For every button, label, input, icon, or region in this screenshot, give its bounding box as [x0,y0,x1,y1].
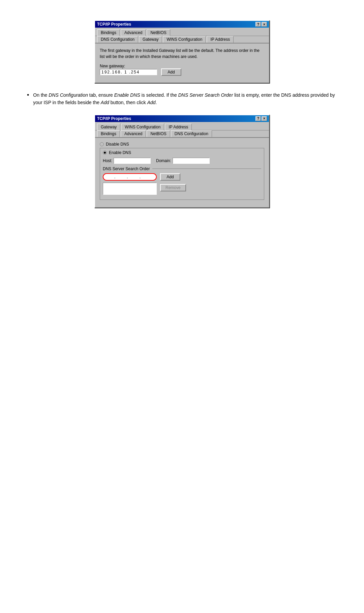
dialog2-tab-bindings[interactable]: Bindings [97,130,120,137]
add-gateway-button[interactable]: Add [161,68,181,76]
dialog2-titlebar: TCP/IP Properties ? × [95,115,269,122]
dialog1: TCP/IP Properties ? × Bindings Advanced … [94,20,270,83]
domain-field-group: Domain: [156,158,210,164]
tabs-row1: Bindings Advanced NetBIOS [95,28,269,36]
dialog2-tab-dns[interactable]: DNS Configuration [171,130,212,137]
tab-bindings[interactable]: Bindings [97,29,120,36]
dns-list-row: Remove [103,183,261,195]
host-input[interactable] [114,158,151,164]
tab-dns-configuration[interactable]: DNS Configuration [97,36,138,43]
bullet-dot: • [27,91,29,106]
dialog2-titlebar-buttons: ? × [255,116,267,121]
host-label: Host: [103,158,112,163]
disable-dns-label: Disable DNS [106,142,129,147]
disable-dns-option[interactable]: Disable DNS [100,142,264,147]
tab-netbios[interactable]: NetBIOS [147,29,170,36]
dialog2-tab-ip[interactable]: IP Address [165,124,192,130]
dialog2-close-button[interactable]: × [262,116,267,121]
dialog2: TCP/IP Properties ? × Gateway WINS Confi… [94,115,270,208]
enable-dns-option[interactable]: Enable DNS [103,150,261,155]
remove-dns-button[interactable]: Remove [160,184,186,191]
add-dns-button[interactable]: Add [160,173,180,181]
dns-config-italic: DNS Configuration [49,92,88,98]
disable-dns-radio[interactable] [100,142,104,146]
gateway-info-text: The first gateway in the Installed Gatew… [100,48,264,60]
dns-server-search-italic: DNS Server Search Order [178,92,233,98]
tab-advanced[interactable]: Advanced [121,29,146,36]
dialog2-body: Disable DNS Enable DNS Host: Domain: [95,138,269,207]
tabs-row2: DNS Configuration Gateway WINS Configura… [95,36,269,43]
dns-section-line [152,168,261,169]
dialog1-titlebar: TCP/IP Properties ? × [95,21,269,28]
dialog2-help-button[interactable]: ? [255,116,261,121]
enable-dns-italic: Enable DNS [114,92,140,98]
dialog2-tabs-row2: Bindings Advanced NetBIOS DNS Configurat… [95,130,269,138]
dialog2-tab-wins[interactable]: WINS Configuration [121,124,164,130]
dns-search-label: DNS Server Search Order [103,166,150,171]
gateway-input[interactable] [100,69,157,75]
bullet-section: • On the DNS Configuration tab, ensure E… [27,91,337,106]
dialog1-title: TCP/IP Properties [97,22,131,27]
dialog2-tabs-row1: Gateway WINS Configuration IP Address [95,122,269,130]
host-domain-row: Host: Domain: [103,158,261,164]
tab-ip-address[interactable]: IP Address [207,36,234,43]
tab-wins-configuration[interactable]: WINS Configuration [163,36,206,43]
tab-gateway[interactable]: Gateway [139,36,162,43]
dialog2-tab-gateway[interactable]: Gateway [97,124,120,130]
dns-search-header: DNS Server Search Order [103,166,261,171]
dns-search-section: DNS Server Search Order Add Remove [103,166,261,195]
dialog2-title: TCP/IP Properties [97,116,131,121]
new-gateway-section: New gateway: Add [100,64,264,76]
gateway-input-row: Add [100,68,264,76]
dns-list-box[interactable] [103,183,157,195]
new-gateway-label: New gateway: [100,64,262,68]
titlebar-buttons: ? × [255,22,267,27]
enable-dns-box: Enable DNS Host: Domain: DNS Server Sear… [100,148,264,200]
add-italic2: Add [147,100,156,105]
add-italic: Add [101,100,109,105]
dialog1-body: The first gateway in the Installed Gatew… [95,43,269,83]
bullet-text: On the DNS Configuration tab, ensure Ena… [33,91,337,106]
domain-input[interactable] [173,158,210,164]
enable-dns-label: Enable DNS [109,150,131,155]
dns-ip-wrapper [103,173,157,181]
dialog2-tab-advanced[interactable]: Advanced [121,130,146,137]
help-button[interactable]: ? [255,22,261,27]
dns-ip-input[interactable] [103,173,157,181]
close-button[interactable]: × [262,22,267,27]
host-field-group: Host: [103,158,151,164]
dialog2-tab-netbios[interactable]: NetBIOS [147,130,170,137]
dns-input-row: Add [103,173,261,181]
enable-dns-radio[interactable] [103,151,107,155]
domain-label: Domain: [156,158,171,163]
